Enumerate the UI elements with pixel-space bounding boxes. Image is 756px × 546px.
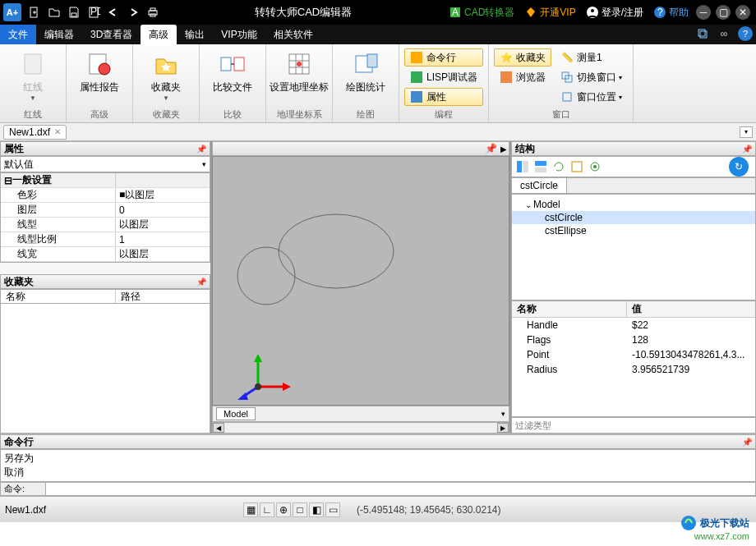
collapse-ribbon-icon[interactable]: ∞ [715, 25, 733, 43]
svg-rect-42 [535, 161, 546, 166]
svg-rect-24 [411, 52, 422, 63]
win-browser-button[interactable]: 浏览器 [494, 68, 551, 86]
lisp-button[interactable]: LISP调试器 [404, 68, 483, 86]
scroll-left[interactable]: ◀ [213, 423, 224, 433]
snap-endpoint-icon[interactable]: ◧ [309, 502, 324, 517]
svg-rect-19 [234, 57, 244, 71]
compare-button[interactable]: 比较文件 [203, 46, 262, 94]
switch-win-button[interactable]: 切换窗口▾ [555, 68, 628, 86]
filter-input[interactable] [511, 417, 756, 434]
menu-file[interactable]: 文件 [0, 25, 36, 44]
pdf-icon[interactable]: PDF [85, 3, 103, 21]
chevron-right-icon[interactable]: ▶ [500, 145, 507, 154]
cmd-input[interactable] [46, 483, 755, 495]
tree-root[interactable]: ⌄Model [512, 198, 755, 211]
menu-related[interactable]: 相关软件 [265, 25, 321, 44]
refresh-small-icon[interactable] [551, 159, 566, 174]
pin-icon[interactable]: 📌 [742, 438, 752, 447]
tree-tab[interactable]: cstCircle [512, 178, 567, 193]
hscrollbar[interactable] [224, 423, 497, 433]
converter-button[interactable]: ACAD转换器 [449, 6, 514, 20]
minimize-button[interactable]: ─ [696, 5, 711, 20]
doc-tab[interactable]: New1.dxf✕ [3, 125, 67, 140]
prop-point[interactable]: Point-10.5913043478261,4.3... [512, 347, 755, 362]
status-coords: (-5.495148; 19.45645; 630.0214) [357, 504, 500, 516]
snap-misc-icon[interactable]: ▭ [325, 502, 340, 517]
tab-overflow[interactable]: ▾ [501, 410, 505, 418]
default-combo[interactable]: 默认值▾ [0, 156, 210, 172]
new-icon[interactable] [25, 3, 44, 21]
snap-polar-icon[interactable]: ⊕ [276, 502, 291, 517]
svg-point-21 [297, 62, 302, 67]
svg-text:PDF: PDF [90, 6, 100, 17]
property-report-button[interactable]: 属性报告 [70, 46, 129, 94]
gear-icon[interactable] [588, 159, 602, 174]
cmdline-button[interactable]: 命令行 [404, 48, 483, 67]
snap-object-icon[interactable]: □ [293, 502, 307, 517]
pin-icon[interactable]: 📌 [742, 145, 752, 154]
prop-row-lscale[interactable]: 线型比例1 [1, 232, 210, 247]
copy-icon[interactable] [694, 25, 712, 43]
menu-advanced[interactable]: 高级 [141, 25, 177, 44]
redo-icon[interactable] [124, 3, 142, 21]
svg-point-31 [279, 214, 394, 288]
app-logo: A+ [3, 3, 21, 21]
doctabs-overflow[interactable]: ▾ [740, 126, 753, 138]
undo-icon[interactable] [104, 3, 122, 21]
prop-flags[interactable]: Flags128 [512, 333, 755, 347]
pin-icon[interactable]: 📌 [485, 143, 497, 154]
prop-handle[interactable]: Handle$22 [512, 318, 755, 333]
drawing-canvas[interactable] [212, 156, 509, 406]
menu-vip[interactable]: VIP功能 [213, 25, 265, 44]
tree-item-ellipse[interactable]: cstEllipse [512, 224, 755, 237]
measure-icon: 📏 [560, 51, 574, 64]
win-fav-button[interactable]: ⭐收藏夹 [494, 48, 551, 67]
prop-row-lweight[interactable]: 线宽以图层 [1, 247, 210, 262]
pin-icon[interactable]: 📌 [196, 145, 206, 154]
favorites-panel-header: 收藏夹📌 [0, 274, 210, 289]
filter-icon[interactable] [569, 159, 584, 174]
layout1-icon[interactable] [515, 159, 530, 174]
favorites-button[interactable]: 收藏夹▼ [136, 46, 196, 102]
svg-rect-1 [71, 13, 76, 16]
measure-button[interactable]: 📏测量1 [555, 48, 628, 67]
close-button[interactable]: ✕ [735, 5, 750, 20]
redline-button[interactable]: 红线▼ [3, 46, 62, 102]
snap-grid-icon[interactable]: ▦ [243, 502, 258, 517]
menu-output[interactable]: 输出 [177, 25, 213, 44]
vip-button[interactable]: 开通VIP [524, 6, 575, 20]
svg-rect-27 [500, 71, 512, 83]
refresh-button[interactable]: ↻ [729, 157, 749, 177]
save-icon[interactable] [65, 3, 83, 21]
structure-tree[interactable]: ⌄Model cstCircle cstEllipse [511, 194, 756, 301]
geo-icon [286, 51, 312, 77]
help-icon[interactable]: ? [738, 26, 753, 41]
win-pos-button[interactable]: 窗口位置▾ [555, 88, 628, 106]
ribbon: 红线▼ 红线 属性报告 高级 收藏夹▼ 收藏夹 比较文件 比较 设置地理坐标 地… [0, 44, 756, 123]
properties-button[interactable]: 属性 [404, 88, 483, 106]
print-icon[interactable] [144, 3, 162, 21]
draw-stats-button[interactable]: 绘图统计 [336, 46, 395, 94]
menu-3dviewer[interactable]: 3D查看器 [82, 25, 141, 44]
prop-row-layer[interactable]: 图层0 [1, 203, 210, 218]
prop-row-ltype[interactable]: 线型以图层 [1, 218, 210, 232]
tree-item-circle[interactable]: cstCircle [512, 211, 755, 224]
help-button[interactable]: ?帮助 [653, 6, 689, 20]
open-icon[interactable] [45, 3, 63, 21]
snap-ortho-icon[interactable]: ∟ [260, 502, 274, 517]
cmd-panel-header: 命令行📌 [0, 434, 756, 449]
prop-row-color[interactable]: 色彩■以图层 [1, 188, 210, 203]
structure-panel-header: 结构📌 [511, 141, 756, 156]
svg-rect-40 [517, 161, 522, 172]
scroll-right[interactable]: ▶ [497, 423, 509, 433]
layout2-icon[interactable] [533, 159, 548, 174]
property-table: ⊟ 一般设置 色彩■以图层 图层0 线型以图层 线型比例1 线宽以图层 [0, 172, 210, 263]
login-button[interactable]: 登录/注册 [586, 6, 643, 20]
close-tab-icon[interactable]: ✕ [54, 127, 61, 136]
pin-icon[interactable]: 📌 [196, 278, 206, 287]
prop-radius[interactable]: Radius3.956521739 [512, 362, 755, 377]
menu-editor[interactable]: 编辑器 [36, 25, 82, 44]
geo-coord-button[interactable]: 设置地理坐标 [270, 46, 329, 94]
maximize-button[interactable]: ▢ [716, 5, 731, 20]
svg-text:?: ? [657, 7, 663, 18]
